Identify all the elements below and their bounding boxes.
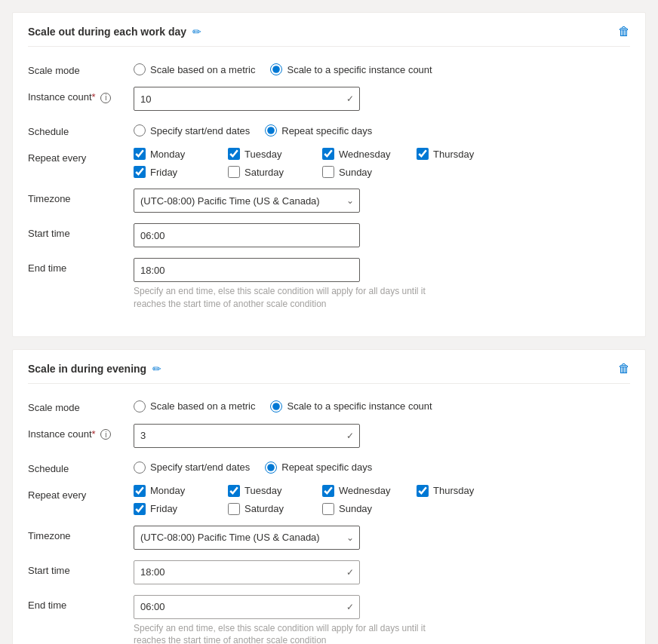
schedule-label-1: Schedule <box>28 121 134 137</box>
day-tuesday-2[interactable]: Tuesday <box>228 485 322 497</box>
day-monday-1[interactable]: Monday <box>134 148 228 160</box>
card-title-group-2: Scale in during evening ✏ <box>28 363 161 375</box>
scale-mode-control-1: Scale based on a metric Scale to a speci… <box>134 60 630 75</box>
end-time-select-wrapper-2: 06:00 ✓ <box>134 595 360 619</box>
start-time-input-1[interactable] <box>134 223 360 247</box>
repeat-every-label-1: Repeat every <box>28 148 134 164</box>
card-scale-in: Scale in during evening ✏ 🗑 Scale mode S… <box>12 349 646 644</box>
scale-mode-row-2: Scale mode Scale based on a metric Scale… <box>28 397 630 413</box>
schedule-row-1: Schedule Specify start/end dates Repeat … <box>28 121 630 137</box>
repeat-days-label-2: Repeat specific days <box>281 462 372 473</box>
scale-mode-row-1: Scale mode Scale based on a metric Scale… <box>28 60 630 76</box>
start-time-select-2[interactable]: 18:00 <box>134 560 360 584</box>
repeat-days-radio-1[interactable]: Repeat specific days <box>265 124 372 136</box>
info-icon-1[interactable]: i <box>100 93 111 103</box>
start-time-control-2: 18:00 ✓ <box>134 560 630 584</box>
repeat-every-row-2: Repeat every Monday Tuesday Wednesday Th… <box>28 485 630 515</box>
specify-dates-radio-1[interactable]: Specify start/end dates <box>134 124 250 136</box>
day-sunday-2[interactable]: Sunday <box>322 503 417 515</box>
timezone-label-1: Timezone <box>28 189 134 204</box>
scale-instance-radio-2[interactable]: Scale to a specific instance count <box>270 400 432 412</box>
specify-dates-label-2: Specify start/end dates <box>150 462 250 473</box>
end-time-label-1: End time <box>28 258 134 274</box>
schedule-control-1: Specify start/end dates Repeat specific … <box>134 121 630 136</box>
end-time-label-2: End time <box>28 595 134 611</box>
day-wednesday-1[interactable]: Wednesday <box>322 148 417 160</box>
repeat-every-control-2: Monday Tuesday Wednesday Thursday Friday <box>134 485 630 515</box>
scale-mode-label-1: Scale mode <box>28 60 134 76</box>
start-time-label-1: Start time <box>28 223 134 239</box>
start-time-select-wrapper-2: 18:00 ✓ <box>134 560 360 584</box>
timezone-select-1[interactable]: (UTC-08:00) Pacific Time (US & Canada) <box>134 189 360 213</box>
day-saturday-2[interactable]: Saturday <box>228 503 322 515</box>
timezone-row-1: Timezone (UTC-08:00) Pacific Time (US & … <box>28 189 630 213</box>
scale-mode-label-2: Scale mode <box>28 397 134 413</box>
day-thursday-2[interactable]: Thursday <box>417 485 511 497</box>
scale-instance-label-1: Scale to a specific instance count <box>287 64 432 75</box>
info-icon-2[interactable]: i <box>100 429 111 440</box>
card-title-1: Scale out during each work day <box>28 26 186 38</box>
scale-mode-control-2: Scale based on a metric Scale to a speci… <box>134 397 630 412</box>
scale-instance-radio-1[interactable]: Scale to a specific instance count <box>270 63 432 75</box>
timezone-label-2: Timezone <box>28 526 134 541</box>
delete-icon-2[interactable]: 🗑 <box>618 362 630 376</box>
timezone-select-wrapper-2: (UTC-08:00) Pacific Time (US & Canada) ⌄ <box>134 526 360 550</box>
timezone-select-wrapper-1: (UTC-08:00) Pacific Time (US & Canada) ⌄ <box>134 189 360 213</box>
timezone-row-2: Timezone (UTC-08:00) Pacific Time (US & … <box>28 526 630 550</box>
timezone-control-1: (UTC-08:00) Pacific Time (US & Canada) ⌄ <box>134 189 630 213</box>
instance-count-select-1[interactable]: 10 <box>134 87 360 111</box>
repeat-days-radio-2[interactable]: Repeat specific days <box>265 462 372 474</box>
instance-count-label-1: Instance count* i <box>28 87 134 103</box>
days-grid-2: Monday Tuesday Wednesday Thursday Friday <box>134 485 511 515</box>
instance-count-row-2: Instance count* i 3 ✓ <box>28 424 630 448</box>
instance-count-row-1: Instance count* i 10 ✓ <box>28 87 630 111</box>
specify-dates-radio-2[interactable]: Specify start/end dates <box>134 462 250 474</box>
day-friday-2[interactable]: Friday <box>134 503 228 515</box>
hint-text-2: Specify an end time, else this scale con… <box>134 622 435 644</box>
instance-count-control-2: 3 ✓ <box>134 424 630 448</box>
delete-icon-1[interactable]: 🗑 <box>618 25 630 38</box>
schedule-label-2: Schedule <box>28 458 134 474</box>
end-time-row-1: End time Specify an end time, else this … <box>28 258 630 311</box>
day-wednesday-2[interactable]: Wednesday <box>322 485 417 497</box>
instance-count-select-wrapper-2: 3 ✓ <box>134 424 360 448</box>
end-time-control-2: 06:00 ✓ Specify an end time, else this s… <box>134 595 630 644</box>
start-time-label-2: Start time <box>28 560 134 576</box>
days-grid-1: Monday Tuesday Wednesday Thursday Friday <box>134 148 511 178</box>
scale-instance-label-2: Scale to a specific instance count <box>287 400 432 412</box>
day-sunday-1[interactable]: Sunday <box>322 166 417 178</box>
schedule-row-2: Schedule Specify start/end dates Repeat … <box>28 458 630 474</box>
schedule-control-2: Specify start/end dates Repeat specific … <box>134 458 630 474</box>
day-saturday-1[interactable]: Saturday <box>228 166 322 178</box>
end-time-input-1[interactable] <box>134 258 360 282</box>
specify-dates-label-1: Specify start/end dates <box>150 125 250 136</box>
day-thursday-1[interactable]: Thursday <box>417 148 511 160</box>
edit-icon-1[interactable]: ✏ <box>192 26 201 38</box>
day-monday-2[interactable]: Monday <box>134 485 228 497</box>
day-friday-1[interactable]: Friday <box>134 166 228 178</box>
scale-metric-radio-1[interactable]: Scale based on a metric <box>134 63 255 75</box>
instance-count-control-1: 10 ✓ <box>134 87 630 111</box>
card-header-1: Scale out during each work day ✏ 🗑 <box>28 25 630 47</box>
start-time-row-2: Start time 18:00 ✓ <box>28 560 630 584</box>
card-scale-out: Scale out during each work day ✏ 🗑 Scale… <box>12 12 646 337</box>
edit-icon-2[interactable]: ✏ <box>152 363 161 375</box>
scale-metric-label-2: Scale based on a metric <box>150 400 255 412</box>
repeat-every-label-2: Repeat every <box>28 485 134 501</box>
repeat-every-row-1: Repeat every Monday Tuesday Wednesday Th… <box>28 148 630 178</box>
scale-metric-radio-2[interactable]: Scale based on a metric <box>134 400 255 412</box>
instance-count-select-2[interactable]: 3 <box>134 424 360 448</box>
end-time-row-2: End time 06:00 ✓ Specify an end time, el… <box>28 595 630 644</box>
card-header-2: Scale in during evening ✏ 🗑 <box>28 362 630 384</box>
timezone-control-2: (UTC-08:00) Pacific Time (US & Canada) ⌄ <box>134 526 630 550</box>
instance-count-select-wrapper-1: 10 ✓ <box>134 87 360 111</box>
timezone-select-2[interactable]: (UTC-08:00) Pacific Time (US & Canada) <box>134 526 360 550</box>
start-time-control-1 <box>134 223 630 247</box>
day-tuesday-1[interactable]: Tuesday <box>228 148 322 160</box>
hint-text-1: Specify an end time, else this scale con… <box>134 285 435 311</box>
repeat-days-label-1: Repeat specific days <box>281 125 372 136</box>
end-time-select-2[interactable]: 06:00 <box>134 595 360 619</box>
end-time-control-1: Specify an end time, else this scale con… <box>134 258 630 311</box>
instance-count-label-2: Instance count* i <box>28 424 134 440</box>
card-title-group-1: Scale out during each work day ✏ <box>28 26 201 38</box>
